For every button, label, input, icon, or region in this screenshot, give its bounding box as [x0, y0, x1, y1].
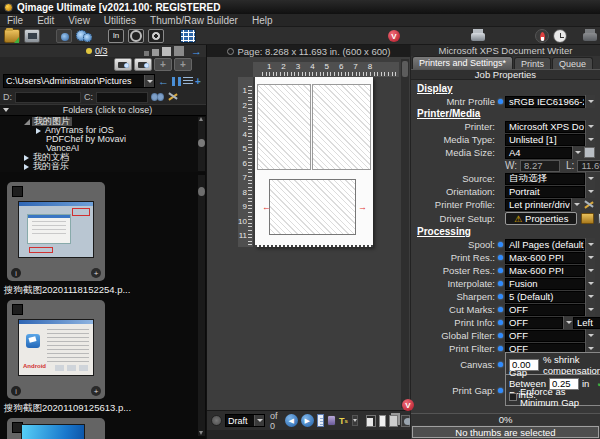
- tab-queue[interactable]: Queue: [552, 57, 593, 69]
- settings-gear-icon[interactable]: [148, 29, 164, 43]
- dropdown-button[interactable]: [585, 172, 595, 185]
- text-style-icon[interactable]: Ts: [339, 416, 348, 426]
- pause-scan-icon[interactable]: [172, 77, 181, 86]
- quality-dropdown-button[interactable]: [254, 415, 264, 426]
- printer-profile-value[interactable]: Let printer/driver manage color: [505, 199, 571, 211]
- thumb-add-icon[interactable]: +: [91, 386, 101, 396]
- profile-tools-icon[interactable]: [583, 200, 595, 210]
- levels-icon[interactable]: [108, 29, 124, 43]
- dropdown-button[interactable]: [585, 185, 595, 198]
- sharpen-value[interactable]: 5 (Default): [505, 291, 585, 303]
- poster-res-value[interactable]: Max-600 PPI: [505, 265, 585, 277]
- tools-icon[interactable]: [167, 92, 179, 102]
- thumbs-grid-icon[interactable]: [180, 29, 196, 43]
- print-info-position[interactable]: Left: [573, 317, 600, 329]
- filter-c-input[interactable]: [96, 92, 148, 103]
- menu-item-view[interactable]: View: [61, 15, 97, 26]
- menu-item-utilities[interactable]: Utilities: [97, 15, 143, 26]
- dropdown-button[interactable]: [571, 198, 581, 211]
- dropdown-button[interactable]: [585, 133, 595, 146]
- selected-count[interactable]: 0/3: [86, 46, 108, 56]
- copy-page-icon[interactable]: [389, 415, 397, 427]
- folders-header[interactable]: Folders (click to close): [0, 104, 206, 116]
- print-info-value[interactable]: OFF: [505, 317, 563, 329]
- save-icon[interactable]: [24, 29, 40, 43]
- open-folder-icon[interactable]: [4, 29, 20, 43]
- collapsed-arrow-icon[interactable]: [36, 128, 41, 134]
- collapse-footer-button[interactable]: [211, 415, 222, 426]
- tree-scrollbar[interactable]: [198, 117, 205, 171]
- thumb-checkbox[interactable]: [12, 304, 23, 315]
- printer-value[interactable]: Microsoft XPS Document Writer: [505, 121, 585, 133]
- dropdown-button[interactable]: [585, 277, 595, 290]
- add-favorite-button[interactable]: +: [174, 58, 192, 71]
- dropdown-button[interactable]: [585, 120, 595, 133]
- thumb-checkbox[interactable]: [12, 186, 23, 197]
- timer-clock-icon[interactable]: [553, 29, 567, 43]
- dropdown-button[interactable]: [585, 251, 595, 264]
- acquire-camera-icon[interactable]: [56, 29, 72, 43]
- length-input[interactable]: [577, 160, 600, 172]
- menu-item-file[interactable]: File: [0, 15, 30, 26]
- dropdown-button[interactable]: [572, 146, 582, 159]
- tree-item-my-music[interactable]: 我的音乐: [0, 162, 206, 171]
- path-dropdown-button[interactable]: [144, 75, 154, 87]
- print-cell[interactable]: [269, 179, 356, 235]
- add-folder-button[interactable]: +: [154, 58, 172, 71]
- next-page-button[interactable]: ▶: [301, 414, 314, 427]
- preview-scrollbar[interactable]: [401, 59, 409, 408]
- v-badge-icon[interactable]: [388, 30, 400, 42]
- thumbnail-image[interactable]: [18, 201, 94, 258]
- driver-card-icon[interactable]: [581, 213, 594, 224]
- expand-arrow-icon[interactable]: →: [191, 45, 202, 57]
- collapsed-arrow-icon[interactable]: [24, 164, 29, 170]
- collapsed-arrow-icon[interactable]: [24, 155, 29, 161]
- paper-icon[interactable]: [584, 147, 595, 158]
- thumbs-scrollbar[interactable]: [198, 175, 205, 436]
- thumb-size-medium-icon[interactable]: [152, 49, 159, 56]
- camera-search-button[interactable]: [114, 58, 132, 71]
- tree-item-pdfchef[interactable]: PDFChef by Movavi: [0, 135, 206, 144]
- add-tree-icon[interactable]: +: [195, 76, 201, 87]
- search-binoculars-icon[interactable]: [151, 93, 164, 101]
- spool-value[interactable]: All Pages (default): [505, 239, 585, 251]
- global-filter-value[interactable]: OFF: [505, 330, 585, 342]
- properties-button[interactable]: Properties: [505, 212, 577, 225]
- dropdown-button[interactable]: [585, 329, 595, 342]
- thumb-info-icon[interactable]: i: [11, 386, 21, 396]
- thumbnail-card[interactable]: [7, 418, 105, 439]
- dropdown-button[interactable]: [585, 290, 595, 303]
- dropdown-button[interactable]: [585, 95, 595, 108]
- back-arrow-icon[interactable]: ←: [157, 75, 170, 87]
- filter-d-input[interactable]: [15, 92, 81, 103]
- folder-path-combo[interactable]: [3, 74, 155, 88]
- v-badge-bottom-icon[interactable]: [402, 399, 414, 411]
- cut-marks-value[interactable]: OFF: [505, 304, 585, 316]
- thumbnail-card[interactable]: i +: [7, 182, 105, 281]
- folder-list-icon[interactable]: [183, 77, 193, 86]
- tab-printers-and-settings[interactable]: Printers and Settings*: [412, 56, 513, 69]
- media-type-value[interactable]: Unlisted [1]: [505, 134, 585, 146]
- thumb-size-large-icon[interactable]: [162, 47, 171, 56]
- dropdown-button[interactable]: [585, 238, 595, 251]
- source-value[interactable]: 自动选择: [505, 173, 585, 185]
- delete-page-icon[interactable]: [401, 415, 410, 427]
- dropdown-button[interactable]: [563, 316, 573, 329]
- printer-queue-icon[interactable]: [582, 29, 598, 42]
- width-input[interactable]: [520, 160, 560, 172]
- new-page-icon[interactable]: [379, 415, 386, 427]
- page-preview[interactable]: ← →: [255, 77, 373, 247]
- dropdown-button[interactable]: [585, 264, 595, 277]
- quality-input[interactable]: [226, 415, 254, 426]
- expanded-arrow-icon[interactable]: [24, 119, 30, 125]
- media-size-value[interactable]: A4: [505, 147, 572, 159]
- tree-item-vanceai[interactable]: VanceAI: [0, 144, 206, 153]
- folder-path-input[interactable]: [4, 75, 144, 87]
- dropdown-button[interactable]: [585, 303, 595, 316]
- text-style-dropdown-button[interactable]: [352, 415, 358, 426]
- prev-page-button[interactable]: ◀: [285, 414, 298, 427]
- thumb-size-xlarge-icon[interactable]: [174, 46, 184, 56]
- hot-folder-flame-icon[interactable]: [535, 29, 549, 43]
- thumb-add-icon[interactable]: +: [91, 268, 101, 278]
- tab-prints[interactable]: Prints: [514, 57, 551, 69]
